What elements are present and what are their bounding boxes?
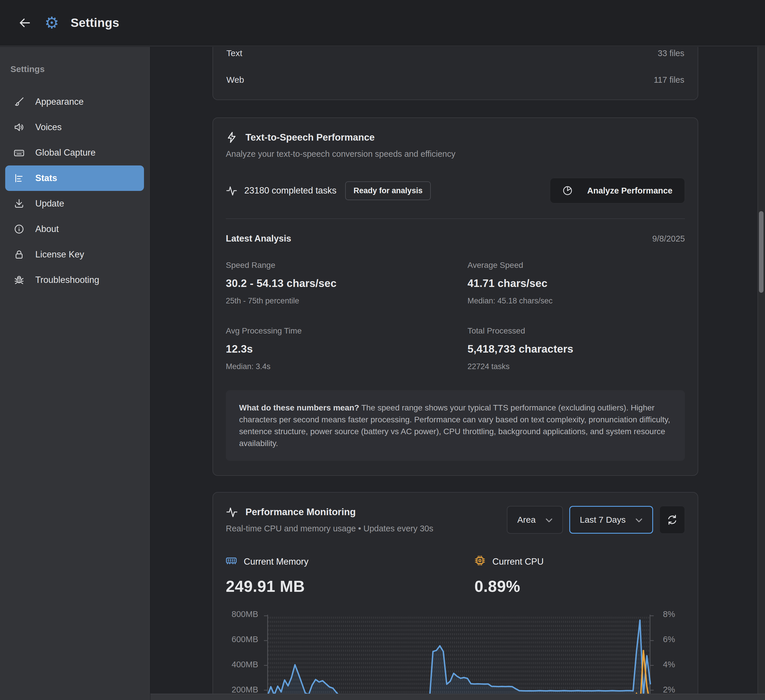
file-stats-card: Text 33 files Web 117 files [212,47,698,100]
current-memory-label: Current Memory [244,557,309,567]
tts-card-title: Text-to-Speech Performance [246,132,375,143]
chart-type-select[interactable]: Area [507,506,563,534]
stat-label: Total Processed [468,326,685,336]
sidebar-item-update[interactable]: Update [5,191,144,216]
file-row-web: Web 117 files [227,66,684,93]
info-note: What do these numbers mean? The speed ra… [226,390,685,461]
sidebar-item-global-capture[interactable]: Global Capture [5,140,144,166]
sidebar-item-label: License Key [35,249,84,260]
perf-card-subtitle: Real-time CPU and memory usage • Updates… [226,524,433,533]
stat-label: Speed Range [226,261,443,270]
usage-chart: 800MB 600MB 400MB 200MB 0MB 8% 6% 4% 2% … [226,614,685,700]
section-divider [226,218,685,219]
stat-subtext: Median: 45.18 chars/sec [468,296,685,306]
back-button[interactable] [17,15,33,31]
bottom-strip [150,694,765,700]
sidebar-item-appearance[interactable]: Appearance [5,89,144,115]
ready-for-analysis-badge: Ready for analysis [345,181,431,200]
stat-total-processed: Total Processed 5,418,733 characters 227… [468,326,685,371]
chart-type-value: Area [517,515,535,525]
memory-icon [226,555,237,568]
file-type-label: Text [227,48,242,58]
stat-value: 12.3s [226,343,443,355]
cpu-icon [474,555,485,568]
sidebar-item-about[interactable]: About [5,216,144,242]
main-content: Text 33 files Web 117 files Text-to-Spee… [150,47,765,700]
y-axis-right-tick: 2% [663,685,675,695]
sidebar-item-troubleshooting[interactable]: Troubleshooting [5,267,144,293]
current-memory-value: 249.91 MB [226,577,474,596]
stat-subtext: Median: 3.4s [226,362,443,371]
analyze-performance-button[interactable]: Analyze Performance [550,178,685,203]
perf-card-title: Performance Monitoring [246,506,356,517]
current-memory-metric: Current Memory 249.91 MB [226,555,474,596]
sidebar-item-label: Appearance [35,97,83,107]
y-axis-right-tick: 6% [663,635,675,644]
stat-average-speed: Average Speed 41.71 chars/sec Median: 45… [468,261,685,306]
current-cpu-value: 0.89% [474,577,685,596]
y-axis-right-tick: 4% [663,660,675,669]
gear-icon: ⚙ [44,15,59,31]
latest-analysis-heading: Latest Analysis [226,233,291,244]
latest-analysis-date: 9/8/2025 [652,234,685,244]
stat-value: 30.2 - 54.13 chars/sec [226,277,443,290]
performance-monitoring-card: Performance Monitoring Real-time CPU and… [212,492,698,700]
info-note-heading: What do these numbers mean? [239,403,359,412]
sidebar-item-label: Troubleshooting [35,275,99,285]
file-type-label: Web [227,75,244,85]
sidebar-item-voices[interactable]: Voices [5,115,144,140]
refresh-icon [667,514,678,525]
file-count: 33 files [658,49,684,58]
stat-avg-processing-time: Avg Processing Time 12.3s Median: 3.4s [226,326,443,371]
info-icon [13,223,25,235]
time-range-select[interactable]: Last 7 Days [569,506,653,534]
y-axis-left-tick: 200MB [226,685,258,695]
bar-chart-icon [13,172,25,184]
sidebar-item-label: Global Capture [35,148,96,158]
analyze-performance-label: Analyze Performance [587,186,672,195]
stat-subtext: 25th - 75th percentile [226,296,443,306]
stat-value: 5,418,733 characters [468,343,685,355]
y-axis-left-tick: 400MB [226,660,258,669]
pie-chart-icon [562,185,573,196]
sidebar-item-license-key[interactable]: License Key [5,242,144,267]
sidebar-item-stats[interactable]: Stats [5,166,144,191]
chevron-down-icon [546,515,552,525]
file-row-text: Text 33 files [227,47,684,66]
sidebar-heading: Settings [10,64,144,74]
sidebar-item-label: Voices [35,122,61,132]
page-title: Settings [71,16,119,30]
download-icon [13,198,25,210]
refresh-button[interactable] [660,506,685,534]
stat-label: Avg Processing Time [226,326,443,336]
stat-speed-range: Speed Range 30.2 - 54.13 chars/sec 25th … [226,261,443,306]
stat-label: Average Speed [468,261,685,270]
chevron-down-icon [636,515,642,525]
lock-icon [13,249,25,260]
sidebar: Settings Appearance Voices Global Captur… [0,47,150,700]
app-header: ⚙ Settings [0,0,765,46]
vertical-scrollbar[interactable] [757,47,765,694]
time-range-value: Last 7 Days [580,515,626,525]
tts-performance-card: Text-to-Speech Performance Analyze your … [212,117,698,476]
sidebar-item-label: Update [35,199,64,209]
stat-value: 41.71 chars/sec [468,277,685,290]
scrollbar-thumb[interactable] [759,211,763,293]
bug-icon [13,274,25,286]
y-axis-left-tick: 800MB [226,609,258,619]
current-cpu-metric: Current CPU 0.89% [474,555,685,596]
zap-icon [226,131,238,143]
keyboard-icon [13,147,25,159]
completed-tasks-text: 23180 completed tasks [244,185,337,196]
sidebar-item-label: Stats [35,173,57,183]
tts-card-subtitle: Analyze your text-to-speech conversion s… [226,149,685,159]
current-cpu-label: Current CPU [493,557,543,567]
paintbrush-icon [13,96,25,107]
activity-icon [226,185,238,196]
speaker-icon [13,121,25,133]
chart-plot-area[interactable] [263,614,655,700]
file-count: 117 files [654,75,684,85]
y-axis-right-tick: 8% [663,609,675,619]
sidebar-item-label: About [35,224,59,234]
y-axis-left-tick: 600MB [226,635,258,644]
